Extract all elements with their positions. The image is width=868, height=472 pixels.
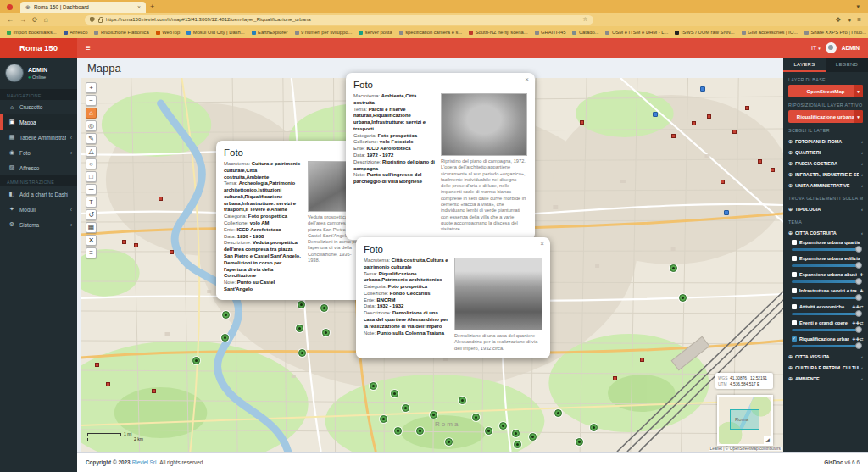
- map-marker[interactable]: [134, 243, 138, 247]
- map-marker[interactable]: [95, 363, 99, 367]
- opacity-slider[interactable]: [792, 297, 860, 299]
- opacity-slider[interactable]: [792, 313, 860, 315]
- layer-checkbox[interactable]: [792, 304, 797, 309]
- map-tool-button[interactable]: T: [86, 197, 97, 208]
- layer-group[interactable]: ⊕ CITTA VISSUTA ‹: [783, 351, 868, 362]
- map-marker[interactable]: [122, 240, 126, 244]
- map-tool-button[interactable]: △: [86, 146, 97, 157]
- bookmark-item[interactable]: GRAITI-I45: [535, 30, 566, 35]
- map-marker[interactable]: [380, 415, 387, 423]
- map-attribution[interactable]: Leaflet | © OpenStreetMap contributors: [709, 447, 782, 451]
- map-tool-button[interactable]: ▦: [86, 222, 97, 233]
- map-marker[interactable]: [472, 414, 480, 421]
- layer-checkbox[interactable]: [792, 288, 797, 293]
- bookmark-item[interactable]: Share XXPS Pro | I nuo...: [804, 30, 866, 35]
- layer-action-icons[interactable]: ✚: [860, 272, 863, 277]
- base-layer-select[interactable]: OpenStreetMap ▾: [788, 85, 863, 97]
- tab-layers[interactable]: LAYERS: [783, 58, 826, 72]
- map-tool-button[interactable]: □: [86, 171, 97, 182]
- map-marker[interactable]: [554, 409, 562, 417]
- app-brand[interactable]: Roma 150: [0, 38, 77, 58]
- list-tabs-icon[interactable]: ▾: [856, 3, 860, 10]
- map-tool-button[interactable]: ⌂: [86, 108, 97, 119]
- bookmark-item[interactable]: specification camera e s...: [399, 30, 463, 35]
- opacity-slider[interactable]: [792, 264, 860, 267]
- map-marker[interactable]: [298, 301, 305, 308]
- map-marker[interactable]: [222, 311, 230, 319]
- map-tool-button[interactable]: ✕: [86, 235, 97, 246]
- opacity-slider[interactable]: [792, 248, 860, 251]
- map-marker[interactable]: [758, 159, 762, 164]
- reload-button[interactable]: ⟳: [32, 16, 38, 24]
- url-bar[interactable]: https://roma150.rieviel.com/it/map#15/41…: [85, 15, 593, 25]
- photo-thumbnail[interactable]: [454, 258, 542, 330]
- map-marker[interactable]: [707, 114, 711, 119]
- back-button[interactable]: ←: [7, 16, 14, 24]
- bookmark-item[interactable]: South-NZ ne fiji scena...: [469, 30, 527, 35]
- map-marker[interactable]: [416, 427, 424, 435]
- bookmark-item[interactable]: server posta: [359, 30, 392, 35]
- extensions-icon[interactable]: ❖: [835, 16, 841, 24]
- opacity-slider[interactable]: [792, 329, 860, 331]
- map-marker[interactable]: [106, 382, 110, 386]
- bookmark-item[interactable]: Import bookmarks...: [7, 30, 57, 35]
- browser-menu-icon[interactable]: ≡: [857, 16, 861, 24]
- map-marker[interactable]: [485, 427, 492, 435]
- active-layer-select[interactable]: Riqualificazione urbana ▾: [788, 110, 863, 123]
- photo-thumbnail[interactable]: [441, 93, 527, 156]
- map-marker[interactable]: [679, 294, 687, 302]
- bookmark-item[interactable]: ISWS / UOM raw SNN...: [675, 30, 734, 35]
- layer-action-icons[interactable]: ✚ ✚ ⇄: [852, 336, 863, 342]
- map-marker[interactable]: [640, 358, 644, 362]
- layer-group[interactable]: ⊕ AMBIENTE ‹: [783, 373, 868, 384]
- layer-group[interactable]: ⊕ INFRASTR., INDUSTRIE E SERVIZI ‹: [783, 169, 868, 180]
- map-marker[interactable]: [732, 130, 737, 134]
- layer-group[interactable]: ⊕ CULTURA E PATRIM. CULTURALE ‹: [783, 362, 868, 373]
- opacity-slider[interactable]: [792, 345, 860, 347]
- map-marker[interactable]: [613, 376, 617, 380]
- layer-action-icons[interactable]: ✚: [860, 288, 863, 293]
- map-marker[interactable]: [152, 389, 156, 393]
- map-marker[interactable]: [670, 264, 677, 272]
- opacity-slider[interactable]: [792, 280, 860, 283]
- layer-action-icons[interactable]: ✚ ✚ ⇄: [852, 320, 863, 325]
- sidebar-toggle-icon[interactable]: ≡: [77, 43, 99, 53]
- map-marker[interactable]: [320, 304, 328, 312]
- sidebar-item[interactable]: ✦ Moduli ‹: [0, 202, 77, 217]
- slider-thumb[interactable]: [855, 310, 862, 317]
- tracking-shield-icon[interactable]: [90, 17, 95, 23]
- map-tool-button[interactable]: −: [86, 95, 97, 106]
- browser-tab[interactable]: ⊕ Roma 150 | Dashboard ×: [20, 2, 146, 13]
- layer-checkbox[interactable]: [792, 336, 797, 342]
- map-marker[interactable]: [700, 86, 705, 92]
- map-marker[interactable]: [512, 430, 520, 437]
- tab-legend[interactable]: LEGEND: [826, 58, 868, 72]
- header-username[interactable]: ADMIN: [842, 45, 860, 51]
- layer-checkbox[interactable]: [792, 272, 797, 277]
- url-text[interactable]: https://roma150.rieviel.com/it/map#15/41…: [106, 17, 580, 22]
- slider-thumb[interactable]: [855, 262, 862, 269]
- slider-thumb[interactable]: [855, 278, 862, 285]
- map-marker[interactable]: [322, 329, 330, 336]
- map-marker[interactable]: [192, 357, 200, 364]
- tab-close-icon[interactable]: ×: [137, 4, 141, 10]
- map-marker[interactable]: [394, 427, 402, 435]
- map-marker[interactable]: [724, 210, 729, 215]
- map-tool-button[interactable]: ◎: [86, 120, 97, 131]
- map-marker[interactable]: [370, 382, 377, 390]
- bookmark-item[interactable]: EarthExplorer: [252, 30, 288, 35]
- map-tool-button[interactable]: ↺: [86, 209, 97, 220]
- new-tab-button[interactable]: +: [150, 3, 154, 11]
- slider-thumb[interactable]: [855, 342, 862, 349]
- layer-action-icons[interactable]: ✚ ✚ ⇄: [852, 304, 863, 309]
- home-button[interactable]: ⌂: [44, 16, 48, 24]
- minimap[interactable]: Roma ◢: [717, 395, 773, 446]
- sidebar-item[interactable]: ▦ Tabelle Amministrative ‹: [0, 130, 77, 145]
- map-marker[interactable]: [402, 404, 409, 412]
- bookmark-item[interactable]: Affresco: [64, 30, 88, 35]
- bookmark-item[interactable]: Mosul Old City | Dash...: [186, 30, 244, 35]
- bookmark-item[interactable]: Catado...: [572, 30, 598, 35]
- slider-thumb[interactable]: [855, 326, 862, 333]
- layer-group-citta-costruita[interactable]: ⊕ CITTA COSTRUITA ‹: [783, 227, 868, 238]
- bookmark-item[interactable]: Rivoluzione Fiattonica: [94, 30, 148, 35]
